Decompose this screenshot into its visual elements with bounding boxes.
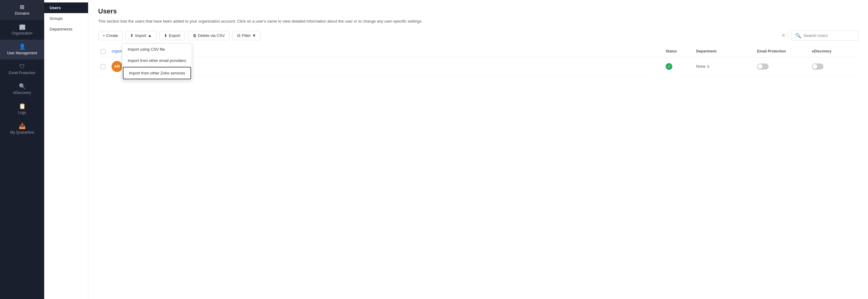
sidebar-item-label: Logs (18, 110, 26, 115)
ediscovery-icon: 🔍 (19, 84, 26, 89)
sidebar-item-label: My Quarantine (10, 130, 34, 135)
row-ediscovery-col (809, 63, 858, 70)
subnav-item-users[interactable]: Users (44, 2, 88, 13)
sidebar-item-label: Organization (11, 31, 32, 35)
row-status-col: ✓ (663, 63, 694, 70)
col-checkbox (98, 49, 109, 54)
col-name: organization users (109, 49, 663, 54)
organization-icon: 🏢 (19, 24, 26, 30)
department-value: None (696, 64, 706, 69)
ediscovery-toggle[interactable] (812, 63, 824, 70)
sidebar-item-label: User Management (7, 51, 37, 55)
status-badge: ✓ (665, 63, 672, 70)
export-button[interactable]: ⬇ Export (159, 31, 185, 40)
sidebar-item-domains[interactable]: ⊞ Domains (0, 0, 44, 20)
row-email-protection-col (755, 63, 809, 70)
page-title: Users (98, 7, 858, 15)
my-quarantine-icon: 📥 (19, 123, 26, 129)
toolbar-divider (788, 32, 788, 39)
sidebar-item-ediscovery[interactable]: 🔍 eDiscovery (0, 79, 44, 99)
page-description: This section lists the users that have b… (98, 18, 858, 24)
sidebar-item-label: Domains (15, 11, 29, 16)
import-dropdown: Import using CSV file Import from other … (122, 43, 192, 80)
domains-icon: ⊞ (20, 4, 24, 10)
import-csv-item[interactable]: Import using CSV file (122, 44, 192, 55)
delete-csv-button[interactable]: 🗑 Delete via CSV (188, 31, 229, 40)
chevron-down-icon: ▼ (252, 33, 256, 38)
user-management-icon: 👤 (19, 44, 26, 49)
table-row: AR 👤 ✓ None ∨ (98, 57, 858, 76)
export-icon: ⬇ (164, 33, 167, 38)
col-status: Status (663, 49, 694, 54)
create-button[interactable]: + Create (98, 31, 123, 40)
col-department: Department (694, 49, 755, 54)
import-email-item[interactable]: Import from other email providers (122, 55, 192, 66)
sidebar-item-email-protection[interactable]: 🛡 Email Protection (0, 59, 44, 79)
row-checkbox[interactable] (100, 64, 105, 69)
chevron-up-icon: ▲ (148, 33, 152, 38)
import-icon: ⬆ (130, 33, 133, 38)
subnav-item-departments[interactable]: Departments (44, 24, 88, 34)
grid-view-icon[interactable]: ≡ (782, 33, 785, 38)
col-email-protection: Email Protection (755, 49, 809, 54)
col-ediscovery: eDiscovery (809, 49, 858, 54)
row-user-col: AR 👤 (109, 61, 663, 72)
delete-icon: 🗑 (193, 33, 196, 38)
sidebar-item-label: eDiscovery (13, 91, 31, 95)
import-button[interactable]: ⬆ Import ▲ (126, 31, 156, 40)
search-icon: 🔍 (795, 33, 801, 38)
row-checkbox-col (98, 64, 109, 69)
sidebar-item-my-quarantine[interactable]: 📥 My Quarantine (0, 119, 44, 139)
email-protection-icon: 🛡 (20, 64, 25, 69)
sidebar: ⊞ Domains 🏢 Organization 👤 User Manageme… (0, 0, 44, 299)
subnav-item-groups[interactable]: Groups (44, 13, 88, 24)
avatar: AR (112, 61, 123, 72)
filter-button[interactable]: ⊟ Filter ▼ (232, 31, 261, 40)
logs-icon: 📋 (19, 103, 26, 109)
users-table: organization users Status Department Ema… (98, 46, 858, 76)
search-box: 🔍 (791, 30, 858, 40)
email-protection-toggle[interactable] (757, 63, 769, 70)
subnav: Users Groups Departments (44, 0, 88, 299)
main-content: Users This section lists the users that … (88, 0, 868, 299)
toolbar-right: ≡ 🔍 (782, 30, 858, 40)
row-department-col[interactable]: None ∨ (694, 64, 755, 69)
filter-icon: ⊟ (237, 33, 241, 38)
sidebar-item-label: Email Protection (9, 71, 35, 75)
sidebar-item-organization[interactable]: 🏢 Organization (0, 20, 44, 40)
import-zoho-item[interactable]: Import from other Zoho services (123, 67, 191, 79)
header-checkbox[interactable] (100, 49, 105, 54)
search-input[interactable] (804, 33, 854, 38)
department-chevron-icon: ∨ (707, 64, 710, 69)
toolbar: + Create ⬆ Import ▲ Import using CSV fil… (98, 30, 858, 40)
sidebar-item-user-management[interactable]: 👤 User Management (0, 40, 44, 59)
table-header: organization users Status Department Ema… (98, 46, 858, 57)
sidebar-item-logs[interactable]: 📋 Logs (0, 99, 44, 119)
